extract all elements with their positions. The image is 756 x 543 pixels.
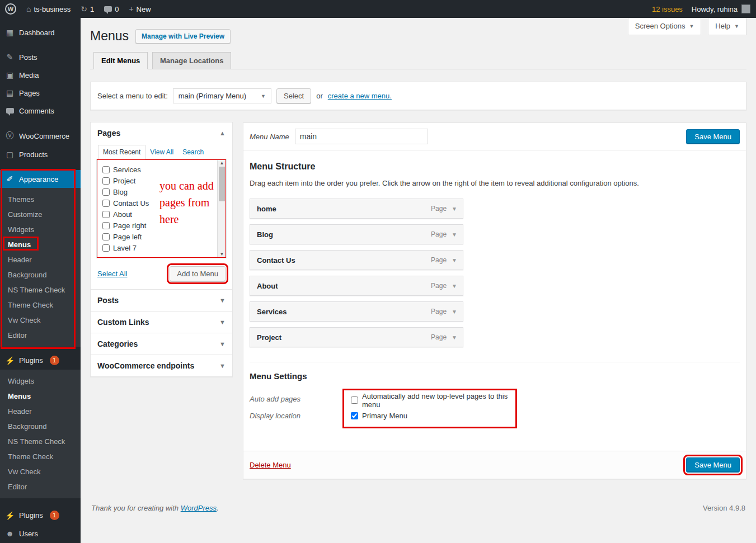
- submenu-item-header-2[interactable]: Header: [0, 404, 81, 419]
- select-button[interactable]: Select: [276, 88, 311, 103]
- checkbox-contact-us[interactable]: [102, 200, 110, 207]
- item-expand-arrow-icon[interactable]: ▼: [452, 334, 457, 341]
- delete-menu-link[interactable]: Delete Menu: [250, 461, 291, 469]
- add-to-menu-button[interactable]: Add to Menu: [170, 266, 226, 281]
- site-name-label: ts-business: [34, 5, 71, 13]
- updates-link[interactable]: ↻ 1: [76, 0, 99, 18]
- woocommerce-endpoints-postbox-header[interactable]: WooCommerce endpoints ▼: [91, 355, 232, 376]
- live-preview-button[interactable]: Manage with Live Preview: [135, 29, 231, 44]
- submenu-item-ns-theme-check[interactable]: NS Theme Check: [0, 282, 81, 298]
- posts-postbox-header[interactable]: Posts ▼: [91, 290, 232, 311]
- item-expand-arrow-icon[interactable]: ▼: [452, 206, 457, 212]
- screen-options-button[interactable]: Screen Options ▼: [628, 18, 702, 35]
- menu-name-bar: Menu Name Save Menu: [243, 123, 746, 150]
- submenu-item-theme-check[interactable]: Theme Check: [0, 298, 81, 313]
- menu-item-about[interactable]: About Page ▼: [250, 276, 463, 296]
- sidebar-item-products[interactable]: ▢ Products: [0, 145, 81, 163]
- sidebar-item-posts[interactable]: ✎ Posts: [0, 48, 81, 66]
- sidebar-item-appearance[interactable]: ✐ Appearance: [0, 170, 81, 188]
- menu-item-type: Page: [431, 282, 447, 290]
- tab-most-recent[interactable]: Most Recent: [98, 145, 145, 159]
- menu-item-services[interactable]: Services Page ▼: [250, 301, 463, 322]
- posts-icon: ✎: [5, 53, 15, 62]
- site-name-link[interactable]: ⌂ ts-business: [21, 0, 76, 18]
- tab-manage-locations[interactable]: Manage Locations: [152, 52, 231, 69]
- tab-search[interactable]: Search: [178, 145, 208, 159]
- save-menu-button-bottom[interactable]: Save Menu: [686, 457, 740, 473]
- expand-arrow-icon[interactable]: ▼: [219, 341, 226, 347]
- sidebar-item-plugins-2[interactable]: ⚡ Plugins 1: [0, 506, 81, 525]
- menu-select-dropdown[interactable]: main (Primary Menu) ▼: [173, 88, 271, 103]
- checkbox-page-right[interactable]: [102, 222, 110, 229]
- submenu-item-widgets[interactable]: Widgets: [0, 222, 81, 237]
- primary-menu-checkbox[interactable]: [351, 412, 358, 419]
- submenu-item-theme-check-2[interactable]: Theme Check: [0, 449, 81, 464]
- categories-postbox-header[interactable]: Categories ▼: [91, 333, 232, 355]
- scroll-up-icon[interactable]: ▲: [218, 160, 226, 166]
- expand-arrow-icon[interactable]: ▼: [219, 297, 226, 304]
- save-menu-button-top[interactable]: Save Menu: [686, 129, 740, 144]
- submenu-item-menus[interactable]: Menus: [0, 237, 81, 252]
- tab-view-all[interactable]: View All: [145, 145, 178, 159]
- products-icon: ▢: [5, 150, 15, 159]
- updates-count: 1: [90, 5, 94, 13]
- item-expand-arrow-icon[interactable]: ▼: [452, 309, 457, 315]
- sidebar-item-users[interactable]: ☻ Users: [0, 525, 81, 542]
- menu-item-project[interactable]: Project Page ▼: [250, 327, 463, 347]
- sidebar-item-woocommerce[interactable]: Ⓥ WooCommerce: [0, 126, 81, 145]
- scroll-down-icon[interactable]: ▼: [218, 252, 226, 257]
- menu-item-blog[interactable]: Blog Page ▼: [250, 224, 463, 244]
- sidebar-item-dashboard[interactable]: ▦ Dashboard: [0, 23, 81, 41]
- item-expand-arrow-icon[interactable]: ▼: [452, 232, 457, 238]
- submenu-item-editor-2[interactable]: Editor: [0, 479, 81, 494]
- menu-item-home[interactable]: home Page ▼: [250, 199, 463, 219]
- custom-links-postbox-header[interactable]: Custom Links ▼: [91, 311, 232, 333]
- help-button[interactable]: Help ▼: [708, 18, 746, 35]
- menu-item-label: Project: [257, 333, 281, 342]
- submenu-item-background[interactable]: Background: [0, 267, 81, 282]
- submenu-item-editor[interactable]: Editor: [0, 328, 81, 343]
- sidebar-item-comments[interactable]: Comments: [0, 102, 81, 120]
- comments-link[interactable]: 0: [99, 0, 124, 18]
- checkbox-project[interactable]: [102, 177, 110, 185]
- sidebar-item-plugins[interactable]: ⚡ Plugins 1: [0, 351, 81, 370]
- item-expand-arrow-icon[interactable]: ▼: [452, 257, 457, 263]
- expand-arrow-icon[interactable]: ▼: [219, 362, 226, 369]
- wordpress-menu[interactable]: W: [0, 0, 21, 18]
- wordpress-link[interactable]: WordPress: [181, 504, 217, 512]
- submenu-item-menus-2[interactable]: Menus: [0, 389, 81, 404]
- checkbox-about[interactable]: [102, 211, 110, 218]
- scrollbar[interactable]: ▲ ▼: [217, 159, 226, 258]
- checkbox-lavel-7[interactable]: [102, 244, 110, 252]
- auto-add-pages-text: Automatically add new top-level pages to…: [362, 392, 509, 409]
- sidebar-item-pages[interactable]: ▤ Pages: [0, 84, 81, 102]
- submenu-item-vw-check-2[interactable]: Vw Check: [0, 464, 81, 479]
- checkbox-blog[interactable]: [102, 188, 110, 196]
- create-new-menu-link[interactable]: create a new menu.: [328, 92, 392, 100]
- page-item-label: Blog: [113, 188, 128, 196]
- expand-arrow-icon[interactable]: ▼: [219, 319, 226, 325]
- menu-name-input[interactable]: [295, 129, 428, 144]
- submenu-item-background-2[interactable]: Background: [0, 419, 81, 434]
- new-content-link[interactable]: + New: [124, 0, 156, 18]
- submenu-item-header[interactable]: Header: [0, 252, 81, 267]
- submenu-item-customize[interactable]: Customize: [0, 207, 81, 222]
- checkbox-services[interactable]: [102, 166, 110, 173]
- submenu-item-vw-check[interactable]: Vw Check: [0, 313, 81, 328]
- auto-add-pages-checkbox[interactable]: [351, 396, 358, 404]
- collapse-arrow-icon[interactable]: ▲: [219, 130, 226, 136]
- menu-item-contact-us[interactable]: Contact Us Page ▼: [250, 250, 463, 270]
- item-expand-arrow-icon[interactable]: ▼: [452, 283, 457, 289]
- tab-edit-menus[interactable]: Edit Menus: [93, 52, 148, 69]
- sidebar-item-media[interactable]: ▣ Media: [0, 66, 81, 84]
- submenu-item-themes[interactable]: Themes: [0, 192, 81, 207]
- submenu-item-widgets-2[interactable]: Widgets: [0, 374, 81, 389]
- submenu-item-ns-theme-check-2[interactable]: NS Theme Check: [0, 434, 81, 449]
- issues-link[interactable]: 12 issues: [652, 5, 683, 13]
- scrollbar-thumb[interactable]: [219, 167, 225, 201]
- pages-postbox-header[interactable]: Pages ▲: [91, 122, 232, 144]
- checkbox-page-left[interactable]: [102, 233, 110, 240]
- account-menu[interactable]: Howdy, ruhina: [692, 4, 750, 13]
- select-all-link[interactable]: Select All: [97, 270, 127, 278]
- pages-checklist: Services Project Blog: [102, 164, 226, 253]
